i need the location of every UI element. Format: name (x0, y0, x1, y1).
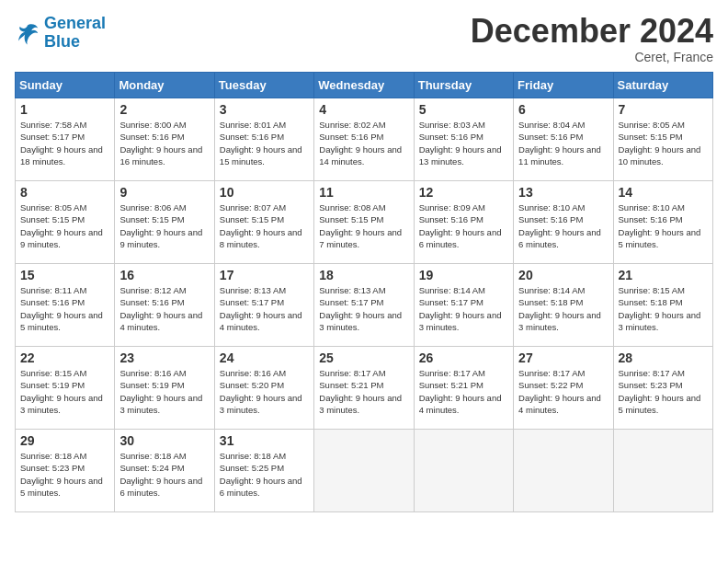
day-number: 16 (119, 268, 209, 282)
day-info: Sunrise: 8:13 AM Sunset: 5:17 PM Dayligh… (220, 284, 309, 333)
week-row-2: 8 Sunrise: 8:05 AM Sunset: 5:15 PM Dayli… (16, 181, 713, 264)
day-cell-31: 31 Sunrise: 8:18 AM Sunset: 5:25 PM Dayl… (214, 430, 313, 512)
day-info: Sunrise: 8:01 AM Sunset: 5:16 PM Dayligh… (220, 119, 309, 167)
day-number: 3 (220, 102, 309, 117)
day-info: Sunrise: 8:02 AM Sunset: 5:16 PM Dayligh… (319, 119, 408, 167)
day-info: Sunrise: 8:17 AM Sunset: 5:21 PM Dayligh… (419, 367, 508, 416)
day-number: 9 (119, 185, 209, 200)
day-info: Sunrise: 8:17 AM Sunset: 5:21 PM Dayligh… (319, 367, 408, 416)
day-number: 14 (619, 185, 708, 200)
day-cell-23: 23 Sunrise: 8:16 AM Sunset: 5:19 PM Dayl… (115, 347, 214, 430)
col-wednesday: Wednesday (314, 73, 414, 98)
calendar-table: Sunday Monday Tuesday Wednesday Thursday… (15, 72, 713, 512)
day-number: 1 (20, 102, 109, 117)
day-info: Sunrise: 8:04 AM Sunset: 5:16 PM Dayligh… (518, 119, 608, 167)
day-number: 13 (518, 185, 608, 200)
day-number: 23 (119, 350, 209, 365)
day-info: Sunrise: 8:12 AM Sunset: 5:16 PM Dayligh… (119, 284, 209, 333)
day-info: Sunrise: 8:06 AM Sunset: 5:15 PM Dayligh… (119, 201, 209, 250)
day-cell-10: 10 Sunrise: 8:07 AM Sunset: 5:15 PM Dayl… (214, 181, 313, 264)
day-number: 28 (619, 350, 708, 365)
day-cell-19: 19 Sunrise: 8:14 AM Sunset: 5:17 PM Dayl… (414, 264, 513, 347)
day-number: 26 (419, 350, 508, 365)
title-block: December 2024 Ceret, France (471, 15, 713, 64)
empty-cell (314, 430, 414, 512)
day-cell-18: 18 Sunrise: 8:13 AM Sunset: 5:17 PM Dayl… (314, 264, 414, 347)
day-info: Sunrise: 8:16 AM Sunset: 5:19 PM Dayligh… (119, 367, 209, 416)
day-cell-27: 27 Sunrise: 8:17 AM Sunset: 5:22 PM Dayl… (514, 347, 613, 430)
day-cell-5: 5 Sunrise: 8:03 AM Sunset: 5:16 PM Dayli… (414, 98, 513, 181)
empty-cell (514, 430, 613, 512)
day-cell-7: 7 Sunrise: 8:05 AM Sunset: 5:15 PM Dayli… (613, 98, 712, 181)
day-cell-30: 30 Sunrise: 8:18 AM Sunset: 5:24 PM Dayl… (115, 430, 214, 512)
day-number: 21 (619, 268, 708, 282)
day-cell-1: 1 Sunrise: 7:58 AM Sunset: 5:17 PM Dayli… (16, 98, 115, 181)
day-cell-12: 12 Sunrise: 8:09 AM Sunset: 5:16 PM Dayl… (414, 181, 513, 264)
col-tuesday: Tuesday (214, 73, 313, 98)
day-info: Sunrise: 8:18 AM Sunset: 5:25 PM Dayligh… (220, 450, 309, 499)
day-cell-9: 9 Sunrise: 8:06 AM Sunset: 5:15 PM Dayli… (115, 181, 214, 264)
day-info: Sunrise: 8:00 AM Sunset: 5:16 PM Dayligh… (119, 119, 209, 167)
day-cell-11: 11 Sunrise: 8:08 AM Sunset: 5:15 PM Dayl… (314, 181, 414, 264)
week-row-3: 15 Sunrise: 8:11 AM Sunset: 5:16 PM Dayl… (16, 264, 713, 347)
day-info: Sunrise: 8:16 AM Sunset: 5:20 PM Dayligh… (220, 367, 309, 416)
logo-text: General Blue (44, 15, 106, 52)
day-number: 10 (220, 185, 309, 200)
day-cell-24: 24 Sunrise: 8:16 AM Sunset: 5:20 PM Dayl… (214, 347, 313, 430)
week-row-1: 1 Sunrise: 7:58 AM Sunset: 5:17 PM Dayli… (16, 98, 713, 181)
day-cell-28: 28 Sunrise: 8:17 AM Sunset: 5:23 PM Dayl… (613, 347, 712, 430)
day-number: 22 (20, 350, 109, 365)
day-number: 7 (619, 102, 708, 117)
day-info: Sunrise: 8:10 AM Sunset: 5:16 PM Dayligh… (518, 201, 608, 250)
day-cell-4: 4 Sunrise: 8:02 AM Sunset: 5:16 PM Dayli… (314, 98, 414, 181)
day-info: Sunrise: 8:14 AM Sunset: 5:17 PM Dayligh… (419, 284, 508, 333)
day-cell-17: 17 Sunrise: 8:13 AM Sunset: 5:17 PM Dayl… (214, 264, 313, 347)
day-number: 17 (220, 268, 309, 282)
day-info: Sunrise: 8:10 AM Sunset: 5:16 PM Dayligh… (619, 201, 708, 250)
col-friday: Friday (514, 73, 613, 98)
day-cell-26: 26 Sunrise: 8:17 AM Sunset: 5:21 PM Dayl… (414, 347, 513, 430)
day-cell-6: 6 Sunrise: 8:04 AM Sunset: 5:16 PM Dayli… (514, 98, 613, 181)
empty-cell (613, 430, 712, 512)
day-number: 30 (119, 433, 209, 448)
day-number: 4 (319, 102, 408, 117)
day-number: 5 (419, 102, 508, 117)
day-cell-20: 20 Sunrise: 8:14 AM Sunset: 5:18 PM Dayl… (514, 264, 613, 347)
day-cell-15: 15 Sunrise: 8:11 AM Sunset: 5:16 PM Dayl… (16, 264, 115, 347)
day-cell-3: 3 Sunrise: 8:01 AM Sunset: 5:16 PM Dayli… (214, 98, 313, 181)
day-number: 29 (20, 433, 109, 448)
day-number: 20 (518, 268, 608, 282)
day-number: 12 (419, 185, 508, 200)
day-info: Sunrise: 8:05 AM Sunset: 5:15 PM Dayligh… (619, 119, 708, 167)
day-info: Sunrise: 8:09 AM Sunset: 5:16 PM Dayligh… (419, 201, 508, 250)
day-info: Sunrise: 8:15 AM Sunset: 5:18 PM Dayligh… (619, 284, 708, 333)
day-cell-2: 2 Sunrise: 8:00 AM Sunset: 5:16 PM Dayli… (115, 98, 214, 181)
day-number: 27 (518, 350, 608, 365)
logo-icon (15, 20, 40, 46)
day-info: Sunrise: 8:17 AM Sunset: 5:22 PM Dayligh… (518, 367, 608, 416)
col-thursday: Thursday (414, 73, 513, 98)
day-number: 15 (20, 268, 109, 282)
day-info: Sunrise: 8:15 AM Sunset: 5:19 PM Dayligh… (20, 367, 109, 416)
page-header: General Blue December 2024 Ceret, France (15, 15, 713, 64)
week-row-4: 22 Sunrise: 8:15 AM Sunset: 5:19 PM Dayl… (16, 347, 713, 430)
day-number: 2 (119, 102, 209, 117)
day-info: Sunrise: 8:14 AM Sunset: 5:18 PM Dayligh… (518, 284, 608, 333)
day-cell-13: 13 Sunrise: 8:10 AM Sunset: 5:16 PM Dayl… (514, 181, 613, 264)
calendar-header-row: Sunday Monday Tuesday Wednesday Thursday… (16, 73, 713, 98)
day-info: Sunrise: 8:05 AM Sunset: 5:15 PM Dayligh… (20, 201, 109, 250)
day-info: Sunrise: 8:08 AM Sunset: 5:15 PM Dayligh… (319, 201, 408, 250)
day-cell-25: 25 Sunrise: 8:17 AM Sunset: 5:21 PM Dayl… (314, 347, 414, 430)
day-number: 18 (319, 268, 408, 282)
day-cell-8: 8 Sunrise: 8:05 AM Sunset: 5:15 PM Dayli… (16, 181, 115, 264)
day-cell-29: 29 Sunrise: 8:18 AM Sunset: 5:23 PM Dayl… (16, 430, 115, 512)
day-cell-21: 21 Sunrise: 8:15 AM Sunset: 5:18 PM Dayl… (613, 264, 712, 347)
logo: General Blue (15, 15, 106, 52)
day-cell-16: 16 Sunrise: 8:12 AM Sunset: 5:16 PM Dayl… (115, 264, 214, 347)
day-number: 25 (319, 350, 408, 365)
day-info: Sunrise: 8:18 AM Sunset: 5:23 PM Dayligh… (20, 450, 109, 499)
day-cell-22: 22 Sunrise: 8:15 AM Sunset: 5:19 PM Dayl… (16, 347, 115, 430)
month-title: December 2024 (471, 15, 713, 48)
day-info: Sunrise: 8:03 AM Sunset: 5:16 PM Dayligh… (419, 119, 508, 167)
day-info: Sunrise: 8:18 AM Sunset: 5:24 PM Dayligh… (119, 450, 209, 499)
